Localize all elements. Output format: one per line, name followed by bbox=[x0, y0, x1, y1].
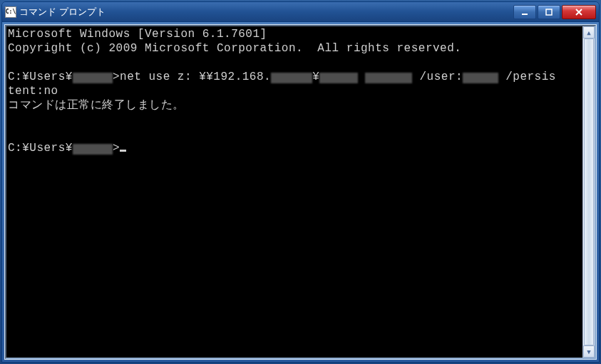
scroll-track[interactable] bbox=[583, 38, 595, 345]
client-area: Microsoft Windows [Version 6.1.7601] Cop… bbox=[2, 22, 599, 362]
output-result: コマンドは正常に終了しました。 bbox=[8, 99, 185, 112]
command-text: ¥ bbox=[312, 71, 319, 83]
redacted-user bbox=[73, 144, 113, 155]
close-button[interactable] bbox=[562, 5, 596, 19]
command-text: >net use z: ¥¥192.168. bbox=[113, 71, 271, 83]
redacted-ip bbox=[271, 73, 312, 83]
redacted-user bbox=[73, 73, 113, 83]
scroll-thumb[interactable] bbox=[584, 38, 594, 345]
svg-rect-1 bbox=[546, 9, 552, 15]
terminal-output[interactable]: Microsoft Windows [Version 6.1.7601] Cop… bbox=[6, 26, 582, 358]
svg-rect-0 bbox=[522, 14, 528, 15]
maximize-button[interactable] bbox=[538, 5, 560, 19]
terminal-frame: Microsoft Windows [Version 6.1.7601] Cop… bbox=[5, 25, 596, 359]
window-controls bbox=[513, 5, 596, 19]
command-text: /user: bbox=[412, 71, 463, 83]
command-prompt-window: C:\ コマンド プロンプト Microsoft Windows [Versio… bbox=[1, 1, 600, 363]
redacted-arg bbox=[365, 73, 412, 83]
command-text: /persis bbox=[498, 71, 556, 83]
redacted-share bbox=[319, 73, 358, 83]
titlebar[interactable]: C:\ コマンド プロンプト bbox=[2, 2, 599, 22]
output-line: Copyright (c) 2009 Microsoft Corporation… bbox=[8, 42, 461, 55]
cursor bbox=[120, 150, 126, 152]
scroll-down-button[interactable]: ▼ bbox=[583, 345, 595, 358]
output-line: Microsoft Windows [Version 6.1.7601] bbox=[8, 28, 267, 41]
prompt-symbol: > bbox=[113, 142, 120, 155]
window-title: コマンド プロンプト bbox=[19, 6, 513, 19]
command-text: tent:no bbox=[8, 85, 58, 98]
redacted-cred bbox=[463, 73, 498, 83]
minimize-button[interactable] bbox=[513, 5, 536, 19]
scroll-up-button[interactable]: ▲ bbox=[583, 26, 595, 38]
prompt-path: C:¥Users¥ bbox=[8, 142, 73, 155]
cmd-icon: C:\ bbox=[5, 6, 16, 18]
prompt-path: C:¥Users¥ bbox=[8, 71, 73, 83]
scrollbar-vertical[interactable]: ▲ ▼ bbox=[582, 26, 595, 358]
